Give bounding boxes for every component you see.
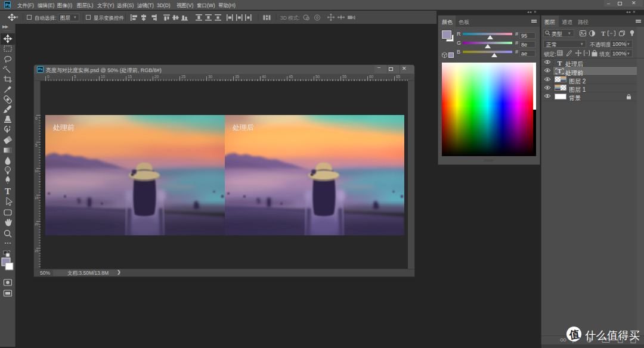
svg-text:T: T	[5, 187, 11, 196]
svg-text:T: T	[558, 69, 562, 74]
svg-text:T: T	[601, 30, 606, 37]
